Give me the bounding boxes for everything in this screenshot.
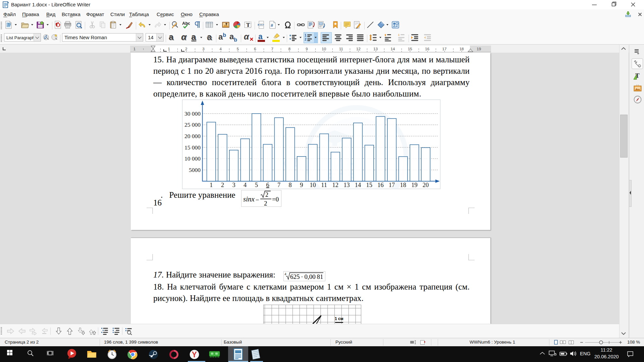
svg-text:2: 2: [265, 191, 268, 198]
svg-text:2: 2: [305, 38, 307, 41]
svg-text:19: 19: [411, 182, 418, 188]
svg-text:4: 4: [244, 182, 247, 188]
svg-text:8: 8: [289, 182, 292, 188]
svg-text:4: 4: [284, 272, 286, 276]
svg-text:10 000: 10 000: [184, 155, 201, 162]
svg-text:2: 2: [221, 182, 224, 188]
svg-text:sinx: sinx: [243, 195, 255, 203]
svg-text:T: T: [635, 72, 640, 79]
svg-text:5: 5: [255, 182, 258, 188]
svg-text:=0: =0: [272, 196, 279, 203]
svg-text:*: *: [424, 341, 426, 345]
svg-text:T: T: [246, 22, 250, 28]
svg-text:16: 16: [377, 182, 384, 188]
svg-text:5000: 5000: [189, 167, 201, 173]
svg-text:6: 6: [266, 182, 269, 188]
svg-text:7: 7: [277, 182, 280, 188]
svg-text:Y: Y: [192, 350, 197, 359]
svg-text:11: 11: [321, 182, 327, 188]
svg-text:25 000: 25 000: [184, 121, 201, 128]
svg-text:1: 1: [305, 34, 307, 37]
svg-text:625 · 0,00 81: 625 · 0,00 81: [290, 273, 323, 280]
svg-text:15 000: 15 000: [184, 144, 201, 151]
svg-text:20 000: 20 000: [184, 133, 201, 139]
svg-text:3: 3: [232, 182, 235, 188]
svg-text:–: –: [256, 196, 259, 202]
svg-text:10: 10: [310, 182, 316, 188]
svg-text:9: 9: [300, 182, 303, 188]
svg-text:2: 2: [264, 200, 267, 207]
svg-text:12: 12: [332, 182, 339, 188]
svg-text:Abc: Abc: [182, 21, 190, 26]
svg-text:20: 20: [423, 182, 429, 188]
svg-text:17: 17: [389, 182, 395, 188]
svg-text:1 см: 1 см: [335, 316, 343, 321]
svg-text:18: 18: [400, 182, 406, 188]
svg-text:13: 13: [343, 182, 350, 188]
svg-text:1: 1: [210, 182, 213, 188]
svg-text:#: #: [271, 23, 273, 28]
svg-text:14: 14: [355, 182, 361, 188]
svg-text:30 000: 30 000: [184, 110, 201, 117]
svg-text:15: 15: [366, 182, 373, 188]
